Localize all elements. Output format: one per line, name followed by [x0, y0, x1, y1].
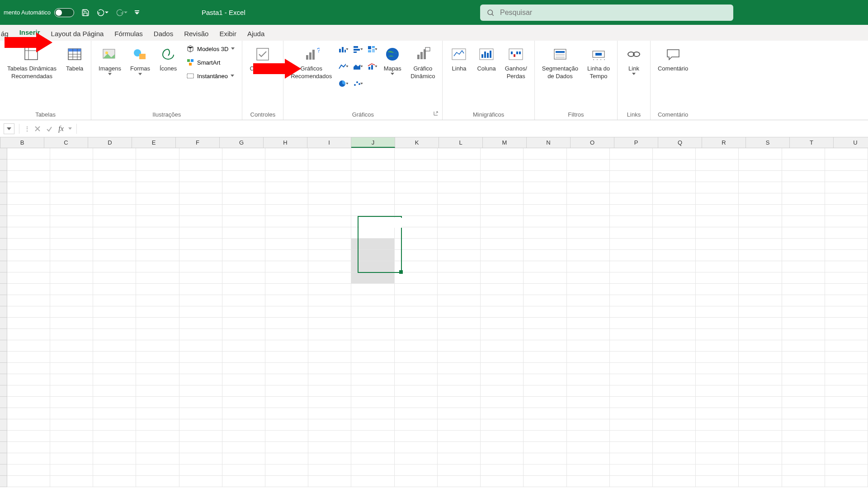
- line-chart-icon[interactable]: [338, 61, 348, 71]
- column-header-B[interactable]: B: [0, 137, 44, 148]
- imagens-button[interactable]: Imagens: [96, 43, 124, 77]
- svg-rect-44: [420, 52, 423, 59]
- instantaneo-button[interactable]: Instantâneo: [184, 70, 237, 81]
- search-icon: [486, 9, 495, 17]
- formas-button[interactable]: Formas: [127, 43, 153, 77]
- tab-formulas[interactable]: Fórmulas: [109, 27, 148, 41]
- shapes-icon: [131, 45, 149, 63]
- column-header-U[interactable]: U: [834, 137, 868, 148]
- charts-dialog-launcher[interactable]: [433, 111, 439, 117]
- column-header-J[interactable]: J: [351, 137, 395, 148]
- column-header-O[interactable]: O: [571, 137, 614, 148]
- tab-layout[interactable]: Layout da Página: [46, 27, 109, 41]
- svg-rect-19: [189, 63, 192, 66]
- sparkline-coluna-button[interactable]: Coluna: [474, 43, 498, 75]
- autosave-toggle[interactable]: [54, 8, 74, 17]
- enter-icon[interactable]: [45, 124, 54, 133]
- comentario-button[interactable]: Comentário: [655, 43, 691, 75]
- images-icon: [101, 45, 119, 63]
- column-header-M[interactable]: M: [483, 137, 527, 148]
- column-header-C[interactable]: C: [44, 137, 88, 148]
- customize-qat-icon[interactable]: [135, 10, 139, 15]
- column-headers: BCDEFGHIJKLMNOPQRSTU: [0, 137, 868, 148]
- svg-rect-36: [368, 67, 370, 70]
- smartart-button[interactable]: SmartArt: [184, 57, 237, 68]
- modelos3d-button[interactable]: Modelos 3D: [184, 43, 237, 54]
- tab-exibir[interactable]: Exibir: [214, 27, 242, 41]
- fx-dropdown-icon[interactable]: [68, 127, 72, 130]
- mapas-button[interactable]: Mapas: [381, 43, 404, 77]
- ribbon-tabs: ág Inserir Layout da Página Fórmulas Dad…: [0, 25, 868, 41]
- sparkline-column-icon: [477, 45, 495, 63]
- undo-icon[interactable]: [97, 9, 108, 17]
- combo-chart-icon[interactable]: [367, 61, 377, 71]
- rows-area[interactable]: [0, 148, 868, 487]
- autosave-toggle-group: mento Automático: [4, 8, 74, 17]
- namebox-dropdown[interactable]: [4, 123, 14, 134]
- grafico-dinamico-button[interactable]: Gráfico Dinâmico: [408, 43, 438, 82]
- column-header-H[interactable]: H: [264, 137, 307, 148]
- svg-rect-50: [484, 52, 486, 58]
- formula-input[interactable]: [81, 123, 864, 135]
- tab-ajuda[interactable]: Ajuda: [242, 27, 270, 41]
- icones-button[interactable]: Ícones: [156, 43, 180, 75]
- formula-bar: ⋮ fx: [0, 120, 868, 137]
- column-header-D[interactable]: D: [88, 137, 132, 148]
- sparkline-winloss-icon: [507, 45, 525, 63]
- scatter-chart-icon[interactable]: [353, 79, 363, 89]
- column-header-T[interactable]: T: [790, 137, 834, 148]
- column-header-F[interactable]: F: [176, 137, 220, 148]
- column-header-P[interactable]: P: [614, 137, 658, 148]
- column-header-N[interactable]: N: [527, 137, 571, 148]
- svg-rect-21: [257, 48, 269, 60]
- ribbon: ? Tabelas Dinâmicas Recomendadas Tabela …: [0, 41, 868, 120]
- svg-rect-3: [25, 47, 38, 60]
- cancel-icon[interactable]: [33, 124, 42, 133]
- svg-text:?: ?: [317, 47, 320, 54]
- link-button[interactable]: Link: [622, 43, 646, 77]
- search-box[interactable]: [480, 5, 733, 21]
- column-header-Q[interactable]: Q: [658, 137, 702, 148]
- segmentacao-button[interactable]: Segmentação de Dados: [539, 43, 581, 82]
- tab-revisao[interactable]: Revisão: [179, 27, 214, 41]
- column-header-G[interactable]: G: [220, 137, 264, 148]
- column-chart-icon[interactable]: [338, 44, 348, 54]
- svg-rect-55: [514, 54, 515, 57]
- tabela-label: Tabela: [66, 65, 83, 73]
- svg-rect-43: [417, 55, 420, 59]
- icons-icon: [159, 45, 177, 63]
- redo-icon[interactable]: [116, 9, 127, 17]
- svg-point-42: [386, 48, 399, 61]
- column-header-L[interactable]: L: [439, 137, 483, 148]
- fx-icon[interactable]: fx: [57, 124, 66, 133]
- tab-dados[interactable]: Dados: [148, 27, 179, 41]
- tabela-button[interactable]: Tabela: [63, 43, 86, 75]
- column-header-S[interactable]: S: [746, 137, 790, 148]
- area-chart-icon[interactable]: [353, 61, 363, 71]
- column-header-K[interactable]: K: [395, 137, 439, 148]
- screenshot-icon: [186, 72, 194, 80]
- linhatempo-button[interactable]: Linha do Tempo: [585, 43, 613, 82]
- sparkline-linha-button[interactable]: Linha: [447, 43, 471, 75]
- sparkline-line-icon: [450, 45, 468, 63]
- save-icon[interactable]: [81, 9, 90, 17]
- bar-chart-icon[interactable]: [353, 44, 363, 54]
- filename: Pasta1 - Excel: [202, 9, 245, 16]
- search-input[interactable]: [500, 9, 727, 17]
- sparkline-ganhos-button[interactable]: Ganhos/ Perdas: [502, 43, 530, 82]
- column-header-I[interactable]: I: [307, 137, 351, 148]
- svg-rect-63: [595, 53, 602, 56]
- column-header-E[interactable]: E: [132, 137, 176, 148]
- group-label-tabelas: Tabelas: [35, 110, 56, 118]
- svg-rect-52: [490, 51, 491, 58]
- column-header-R[interactable]: R: [702, 137, 746, 148]
- recommended-charts-icon: ?: [302, 45, 321, 63]
- hierarchy-chart-icon[interactable]: [367, 44, 377, 54]
- svg-rect-49: [481, 54, 483, 58]
- svg-rect-31: [354, 52, 357, 53]
- pivot-tables-label: Tabelas Dinâmicas Recomendadas: [7, 65, 57, 80]
- ribbon-group-minigraficos: Linha Coluna Ganhos/ Perdas Minigráficos: [443, 41, 534, 120]
- svg-rect-60: [556, 54, 565, 56]
- ribbon-group-ilustracoes: Imagens Formas Ícones Modelos 3D: [91, 41, 242, 120]
- pie-chart-icon[interactable]: [338, 79, 348, 89]
